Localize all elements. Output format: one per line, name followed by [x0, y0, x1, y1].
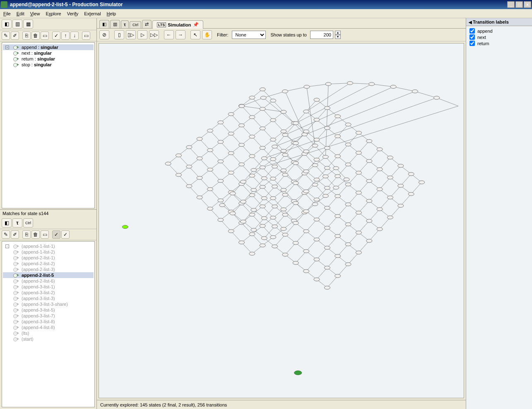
matches-view-3-icon[interactable]: Ctrl	[23, 218, 33, 227]
match-item[interactable]: (append-1-list-2)	[3, 249, 94, 255]
rule-item-next[interactable]: next : singular	[3, 50, 94, 56]
view-mode-3-icon[interactable]: ▦	[23, 19, 33, 29]
pan-icon[interactable]: ✋	[202, 30, 212, 39]
match-item[interactable]: (append-3-list-1)	[3, 284, 94, 290]
filter-select[interactable]: None	[232, 31, 266, 39]
expander-icon[interactable]: -	[5, 244, 9, 248]
match-item[interactable]: (append-3-list-5)	[3, 307, 94, 313]
step-icon[interactable]: ▯▷	[126, 30, 136, 39]
show-states-input[interactable]	[310, 31, 333, 39]
menu-view[interactable]: View	[30, 11, 40, 16]
svg-point-417	[218, 121, 224, 124]
menu-edit[interactable]: Edit	[17, 11, 24, 16]
checkbox-return[interactable]	[469, 41, 475, 46]
match-item[interactable]: (append-2-list-3)	[3, 266, 94, 272]
matches-view-1-icon[interactable]: ◧	[2, 218, 12, 227]
tab-ctrl-icon[interactable]: Ctrl	[130, 21, 141, 28]
tab-link-icon[interactable]: ⇄	[142, 20, 152, 28]
stop-icon[interactable]: ⊘	[99, 30, 109, 39]
tab-tau-icon[interactable]: τ	[121, 20, 129, 28]
svg-line-31	[325, 177, 336, 188]
tab-lts-simulation[interactable]: LTS Simulation 📌	[152, 20, 203, 29]
maximize-button[interactable]: □	[515, 1, 523, 8]
menu-verify[interactable]: Verify	[67, 11, 79, 16]
menu-explore[interactable]: Explore	[46, 11, 61, 16]
svg-point-422	[270, 177, 276, 180]
checkbox-next[interactable]	[469, 34, 475, 40]
matches-view-2-icon[interactable]: τ	[12, 218, 22, 227]
matches-edit-icon[interactable]: ✐	[11, 230, 19, 239]
svg-point-525	[324, 186, 330, 189]
menu-external[interactable]: External	[84, 11, 101, 16]
tab-graph-2-icon[interactable]: ▥	[110, 20, 120, 28]
svg-point-408	[228, 112, 234, 116]
pin-icon[interactable]: 📌	[193, 22, 199, 27]
match-item[interactable]: (append-3-list-2)	[3, 290, 94, 295]
match-item[interactable]: (append-2-list-6)	[3, 278, 94, 284]
svg-point-406	[312, 183, 318, 186]
pause-icon[interactable]: ▯	[114, 30, 124, 39]
fast-icon[interactable]: ▷▷	[149, 30, 159, 39]
copy-icon[interactable]: ⎘	[22, 31, 31, 40]
matches-new-icon[interactable]: ✎	[2, 230, 10, 239]
match-item[interactable]: append-2-list-5	[3, 272, 94, 278]
matches-rename-icon[interactable]: ▭	[41, 230, 49, 239]
menu-help[interactable]: Help	[107, 11, 116, 16]
match-label: (append-3-list-8)	[22, 319, 55, 324]
new-icon[interactable]: ✎	[2, 31, 10, 40]
rename-icon[interactable]: ▭	[41, 31, 49, 40]
checkbox-append[interactable]	[469, 28, 475, 34]
back-icon[interactable]: ←	[164, 30, 174, 39]
svg-point-477	[251, 168, 257, 172]
match-item[interactable]: (start)	[3, 336, 94, 342]
svg-point-381	[260, 88, 265, 91]
rule-item-return[interactable]: return : singular	[3, 56, 94, 62]
delete-icon[interactable]: 🗑	[31, 31, 40, 40]
svg-line-321	[348, 213, 359, 224]
match-item[interactable]: (append-3-list-8)	[3, 319, 94, 324]
matches-apply-icon[interactable]: ✓	[52, 230, 60, 239]
svg-point-534	[345, 183, 351, 186]
match-item[interactable]: (append-2-list-2)	[3, 261, 94, 266]
spinner-up-icon[interactable]: ▲	[335, 31, 341, 35]
match-item[interactable]: (append-2-list-1)	[3, 255, 94, 261]
rule-item-stop[interactable]: stop : singular	[3, 62, 94, 68]
down-icon[interactable]: ↓	[70, 31, 79, 40]
match-item[interactable]: (append-3-list-3)	[3, 295, 94, 301]
match-item[interactable]: (append-4-list-8)	[3, 324, 94, 330]
expander-icon[interactable]: -	[5, 46, 9, 49]
view-mode-2-icon[interactable]: ▥	[12, 19, 22, 29]
menu-file[interactable]: File	[3, 11, 11, 16]
match-item[interactable]: (append-3-list-3-share)	[3, 301, 94, 307]
matches-apply2-icon[interactable]: ✓	[61, 230, 70, 239]
match-item[interactable]: (append-3-list-7)	[3, 313, 94, 319]
minimize-button[interactable]: _	[507, 1, 515, 8]
play-icon[interactable]: ▷	[137, 30, 147, 39]
svg-point-582	[260, 96, 266, 99]
pointer-icon[interactable]: ↖	[190, 30, 200, 39]
collapse-icon[interactable]: ▭	[82, 31, 90, 40]
matches-delete-icon[interactable]: 🗑	[31, 230, 40, 239]
rule-item-append[interactable]: -append : singular	[3, 44, 94, 50]
forward-icon[interactable]: →	[176, 30, 185, 39]
svg-point-535	[335, 194, 341, 198]
edit-icon[interactable]: ✐	[11, 31, 19, 40]
match-item[interactable]: -(append-1-list-1)	[3, 243, 94, 249]
transition-labels-header[interactable]: ◀ Transition labels	[466, 18, 532, 26]
close-button[interactable]: ×	[524, 1, 531, 8]
rule-label: return : singular	[22, 56, 55, 61]
check-icon[interactable]: ✓	[52, 31, 60, 40]
svg-line-327	[317, 248, 327, 259]
svg-point-388	[333, 167, 339, 170]
matches-copy-icon[interactable]: ⎘	[22, 230, 31, 239]
svg-point-574	[387, 216, 393, 219]
tab-graph-1-icon[interactable]: ◧	[99, 20, 109, 28]
svg-point-445	[197, 157, 202, 160]
spinner-down-icon[interactable]: ▼	[335, 35, 341, 39]
up-icon[interactable]: ↑	[61, 31, 70, 40]
view-mode-1-icon[interactable]: ◧	[2, 19, 12, 29]
svg-line-377	[285, 87, 393, 135]
graph-canvas[interactable]	[99, 43, 464, 398]
match-item[interactable]: (lts)	[3, 330, 94, 336]
svg-point-476	[261, 157, 267, 160]
